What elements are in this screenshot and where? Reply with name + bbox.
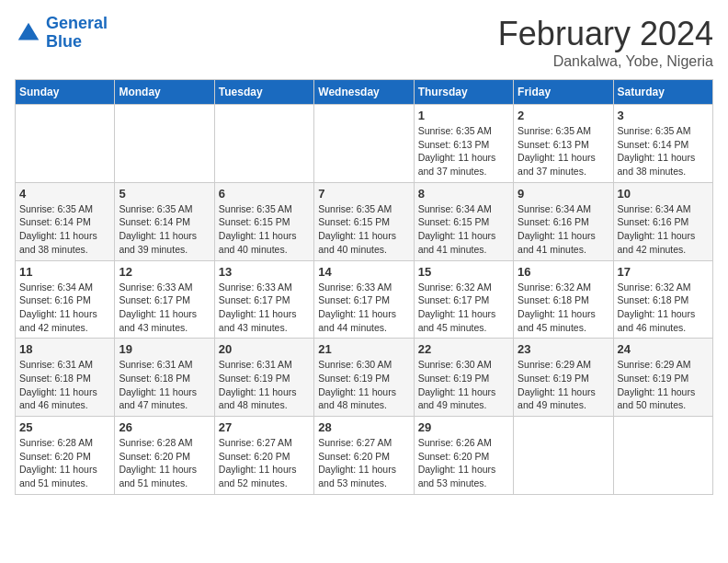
calendar-cell <box>115 105 214 183</box>
day-info: Sunrise: 6:30 AM Sunset: 6:19 PM Dayligh… <box>418 358 509 412</box>
weekday-header-friday: Friday <box>514 80 613 105</box>
day-number: 23 <box>518 342 609 356</box>
day-info: Sunrise: 6:35 AM Sunset: 6:15 PM Dayligh… <box>318 202 409 257</box>
weekday-header-monday: Monday <box>115 80 214 105</box>
logo-text: General Blue <box>46 15 108 52</box>
day-info: Sunrise: 6:34 AM Sunset: 6:16 PM Dayligh… <box>19 281 110 335</box>
day-info: Sunrise: 6:31 AM Sunset: 6:18 PM Dayligh… <box>119 358 210 412</box>
day-info: Sunrise: 6:32 AM Sunset: 6:18 PM Dayligh… <box>518 281 609 335</box>
svg-marker-0 <box>18 23 40 40</box>
calendar-cell: 29Sunrise: 6:26 AM Sunset: 6:20 PM Dayli… <box>414 417 513 495</box>
calendar-cell: 12Sunrise: 6:33 AM Sunset: 6:17 PM Dayli… <box>115 260 214 339</box>
day-info: Sunrise: 6:35 AM Sunset: 6:13 PM Dayligh… <box>518 124 609 178</box>
calendar-cell: 24Sunrise: 6:29 AM Sunset: 6:19 PM Dayli… <box>613 339 712 417</box>
calendar-cell: 27Sunrise: 6:27 AM Sunset: 6:20 PM Dayli… <box>214 417 313 495</box>
day-info: Sunrise: 6:34 AM Sunset: 6:16 PM Dayligh… <box>518 202 609 257</box>
calendar-cell: 21Sunrise: 6:30 AM Sunset: 6:19 PM Dayli… <box>314 339 414 417</box>
calendar-cell: 16Sunrise: 6:32 AM Sunset: 6:18 PM Dayli… <box>514 260 613 339</box>
calendar-cell: 19Sunrise: 6:31 AM Sunset: 6:18 PM Dayli… <box>115 339 214 417</box>
day-number: 19 <box>119 342 210 356</box>
week-row-4: 18Sunrise: 6:31 AM Sunset: 6:18 PM Dayli… <box>16 339 713 417</box>
calendar-cell: 18Sunrise: 6:31 AM Sunset: 6:18 PM Dayli… <box>16 339 115 417</box>
day-info: Sunrise: 6:29 AM Sunset: 6:19 PM Dayligh… <box>518 358 609 412</box>
day-info: Sunrise: 6:28 AM Sunset: 6:20 PM Dayligh… <box>119 436 210 490</box>
logo-icon <box>15 19 42 47</box>
day-number: 24 <box>618 342 709 356</box>
day-info: Sunrise: 6:35 AM Sunset: 6:15 PM Dayligh… <box>219 202 310 257</box>
calendar-cell: 6Sunrise: 6:35 AM Sunset: 6:15 PM Daylig… <box>214 182 313 260</box>
calendar-cell: 2Sunrise: 6:35 AM Sunset: 6:13 PM Daylig… <box>514 105 613 183</box>
calendar-cell <box>514 417 613 495</box>
calendar-cell <box>314 105 414 183</box>
calendar-cell: 7Sunrise: 6:35 AM Sunset: 6:15 PM Daylig… <box>314 182 414 260</box>
day-number: 22 <box>418 342 509 356</box>
day-info: Sunrise: 6:32 AM Sunset: 6:17 PM Dayligh… <box>418 281 509 335</box>
week-row-3: 11Sunrise: 6:34 AM Sunset: 6:16 PM Dayli… <box>16 260 713 339</box>
day-number: 5 <box>119 187 210 201</box>
day-info: Sunrise: 6:35 AM Sunset: 6:14 PM Dayligh… <box>19 202 110 257</box>
calendar-cell <box>16 105 115 183</box>
day-number: 3 <box>618 109 709 122</box>
weekday-header-tuesday: Tuesday <box>214 80 313 105</box>
calendar-cell: 17Sunrise: 6:32 AM Sunset: 6:18 PM Dayli… <box>613 260 712 339</box>
day-info: Sunrise: 6:31 AM Sunset: 6:18 PM Dayligh… <box>19 358 110 412</box>
calendar-cell <box>613 417 712 495</box>
day-info: Sunrise: 6:33 AM Sunset: 6:17 PM Dayligh… <box>119 281 210 335</box>
weekday-header-wednesday: Wednesday <box>314 80 414 105</box>
week-row-1: 1Sunrise: 6:35 AM Sunset: 6:13 PM Daylig… <box>16 105 713 183</box>
day-info: Sunrise: 6:35 AM Sunset: 6:13 PM Dayligh… <box>418 124 509 178</box>
weekday-header-thursday: Thursday <box>414 80 513 105</box>
calendar-cell: 14Sunrise: 6:33 AM Sunset: 6:17 PM Dayli… <box>314 260 414 339</box>
day-number: 11 <box>19 265 110 279</box>
day-number: 7 <box>318 187 409 201</box>
day-info: Sunrise: 6:35 AM Sunset: 6:14 PM Dayligh… <box>119 202 210 257</box>
weekday-header-sunday: Sunday <box>16 80 115 105</box>
calendar-cell: 13Sunrise: 6:33 AM Sunset: 6:17 PM Dayli… <box>214 260 313 339</box>
day-number: 20 <box>219 342 310 356</box>
day-number: 17 <box>618 265 709 279</box>
location: Dankalwa, Yobe, Nigeria <box>498 53 713 70</box>
day-number: 13 <box>219 265 310 279</box>
day-number: 14 <box>318 265 409 279</box>
logo-general: General <box>46 14 108 32</box>
logo-blue: Blue <box>46 32 82 51</box>
day-info: Sunrise: 6:34 AM Sunset: 6:15 PM Dayligh… <box>418 202 509 257</box>
day-info: Sunrise: 6:31 AM Sunset: 6:19 PM Dayligh… <box>219 358 310 412</box>
day-number: 12 <box>119 265 210 279</box>
calendar-cell: 23Sunrise: 6:29 AM Sunset: 6:19 PM Dayli… <box>514 339 613 417</box>
calendar-cell: 9Sunrise: 6:34 AM Sunset: 6:16 PM Daylig… <box>514 182 613 260</box>
calendar-cell: 8Sunrise: 6:34 AM Sunset: 6:15 PM Daylig… <box>414 182 513 260</box>
day-number: 21 <box>318 342 409 356</box>
day-number: 1 <box>418 109 509 122</box>
day-number: 27 <box>219 420 310 434</box>
day-number: 25 <box>19 420 110 434</box>
calendar-table: SundayMondayTuesdayWednesdayThursdayFrid… <box>15 79 713 495</box>
calendar-cell: 15Sunrise: 6:32 AM Sunset: 6:17 PM Dayli… <box>414 260 513 339</box>
day-info: Sunrise: 6:27 AM Sunset: 6:20 PM Dayligh… <box>219 436 310 490</box>
day-info: Sunrise: 6:33 AM Sunset: 6:17 PM Dayligh… <box>318 281 409 335</box>
day-info: Sunrise: 6:26 AM Sunset: 6:20 PM Dayligh… <box>418 436 509 490</box>
month-title: February 2024 <box>498 15 713 53</box>
calendar-cell: 4Sunrise: 6:35 AM Sunset: 6:14 PM Daylig… <box>16 182 115 260</box>
day-number: 4 <box>19 187 110 201</box>
day-number: 8 <box>418 187 509 201</box>
week-row-2: 4Sunrise: 6:35 AM Sunset: 6:14 PM Daylig… <box>16 182 713 260</box>
calendar-cell: 20Sunrise: 6:31 AM Sunset: 6:19 PM Dayli… <box>214 339 313 417</box>
day-info: Sunrise: 6:28 AM Sunset: 6:20 PM Dayligh… <box>19 436 110 490</box>
calendar-cell: 28Sunrise: 6:27 AM Sunset: 6:20 PM Dayli… <box>314 417 414 495</box>
day-number: 2 <box>518 109 609 122</box>
day-number: 28 <box>318 420 409 434</box>
calendar-cell: 26Sunrise: 6:28 AM Sunset: 6:20 PM Dayli… <box>115 417 214 495</box>
page-header: General Blue February 2024 Dankalwa, Yob… <box>15 15 713 70</box>
day-info: Sunrise: 6:33 AM Sunset: 6:17 PM Dayligh… <box>219 281 310 335</box>
day-info: Sunrise: 6:27 AM Sunset: 6:20 PM Dayligh… <box>318 436 409 490</box>
day-number: 15 <box>418 265 509 279</box>
week-row-5: 25Sunrise: 6:28 AM Sunset: 6:20 PM Dayli… <box>16 417 713 495</box>
calendar-cell: 11Sunrise: 6:34 AM Sunset: 6:16 PM Dayli… <box>16 260 115 339</box>
day-number: 26 <box>119 420 210 434</box>
calendar-cell: 10Sunrise: 6:34 AM Sunset: 6:16 PM Dayli… <box>613 182 712 260</box>
day-info: Sunrise: 6:30 AM Sunset: 6:19 PM Dayligh… <box>318 358 409 412</box>
day-info: Sunrise: 6:32 AM Sunset: 6:18 PM Dayligh… <box>618 281 709 335</box>
weekday-header-row: SundayMondayTuesdayWednesdayThursdayFrid… <box>16 80 713 105</box>
calendar-cell: 3Sunrise: 6:35 AM Sunset: 6:14 PM Daylig… <box>613 105 712 183</box>
